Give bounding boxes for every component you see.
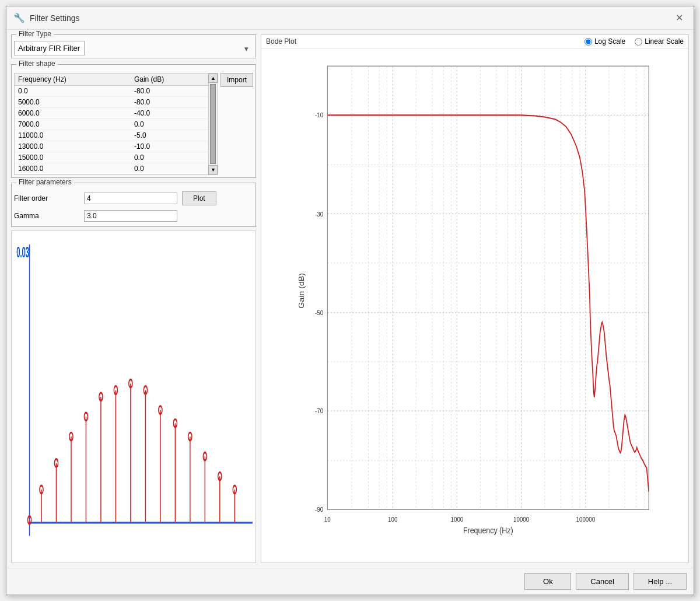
svg-text:10000: 10000 <box>513 516 529 523</box>
gain-cell: 0.0 <box>131 119 208 130</box>
filter-order-input[interactable] <box>84 193 177 204</box>
filter-shape-group: Filter shape Frequency (Hz) Gain (dB) <box>11 64 256 178</box>
filter-order-label: Filter order <box>14 194 84 202</box>
shape-table: Frequency (Hz) Gain (dB) 0.0-80.05000.0-… <box>15 74 208 174</box>
gamma-label: Gamma <box>14 212 84 220</box>
svg-text:-10: -10 <box>315 112 323 119</box>
svg-text:10: 10 <box>324 516 331 523</box>
cancel-button[interactable]: Cancel <box>576 573 628 590</box>
gain-cell: 0.0 <box>131 163 208 174</box>
freq-cell: 7000.0 <box>15 119 131 130</box>
filter-params-group: Filter parameters Filter order Plot Gamm… <box>11 183 256 227</box>
freq-cell: 15000.0 <box>15 152 131 163</box>
gain-cell: 0.0 <box>131 152 208 163</box>
log-scale-label: Log Scale <box>594 37 625 46</box>
import-button[interactable]: Import <box>220 73 253 87</box>
bode-title: Bode Plot <box>266 37 296 46</box>
filter-params-label: Filter parameters <box>16 178 74 186</box>
filter-order-row: Filter order Plot <box>14 191 253 205</box>
linear-scale-label: Linear Scale <box>645 37 684 46</box>
freq-cell: 13000.0 <box>15 141 131 152</box>
stem-plot: 0.03 <box>11 230 256 563</box>
bode-plot-area: Frequency (Hz) Gain (dB) <box>261 48 688 562</box>
window-icon: 🔧 <box>13 12 25 23</box>
gain-cell: -80.0 <box>131 86 208 97</box>
table-row[interactable]: 16000.00.0 <box>15 163 208 174</box>
svg-rect-0 <box>12 231 256 562</box>
left-panel: Filter Type Arbitrary FIR Filter Lowpass… <box>11 34 256 563</box>
svg-text:100000: 100000 <box>576 516 596 523</box>
scroll-down-button[interactable]: ▼ <box>208 165 218 174</box>
scroll-thumb[interactable] <box>210 84 216 164</box>
scrollbar: ▲ ▼ <box>209 73 218 175</box>
col-gain: Gain (dB) <box>131 74 208 86</box>
gamma-row: Gamma <box>14 210 253 222</box>
scroll-up-button[interactable]: ▲ <box>208 74 218 83</box>
gain-cell: -40.0 <box>131 108 208 119</box>
filter-type-select-wrapper: Arbitrary FIR Filter Lowpass Highpass Ba… <box>14 41 253 55</box>
svg-rect-35 <box>327 66 649 509</box>
stem-svg: 0.03 <box>12 231 256 562</box>
title-bar: 🔧 Filter Settings ✕ <box>6 6 694 30</box>
table-row[interactable]: 7000.00.0 <box>15 119 208 130</box>
svg-text:-70: -70 <box>315 408 323 415</box>
filter-type-row: Arbitrary FIR Filter Lowpass Highpass Ba… <box>14 41 253 55</box>
table-row[interactable]: 5000.0-80.0 <box>15 97 208 108</box>
window-title: Filter Settings <box>30 13 80 23</box>
svg-text:-50: -50 <box>315 309 323 316</box>
log-scale-option[interactable]: Log Scale <box>584 37 625 46</box>
help-button[interactable]: Help ... <box>634 573 687 590</box>
table-row[interactable]: 15000.00.0 <box>15 152 208 163</box>
main-content: Filter Type Arbitrary FIR Filter Lowpass… <box>6 30 694 568</box>
bode-header: Bode Plot Log Scale Linear Scale <box>261 35 688 48</box>
gain-cell: -10.0 <box>131 141 208 152</box>
title-bar-left: 🔧 Filter Settings <box>13 12 80 23</box>
svg-text:1000: 1000 <box>451 516 464 523</box>
filter-type-label: Filter Type <box>16 30 54 38</box>
filter-shape-label: Filter shape <box>16 60 58 68</box>
plot-button[interactable]: Plot <box>182 191 216 205</box>
bode-svg: Frequency (Hz) Gain (dB) <box>296 54 659 539</box>
log-scale-radio[interactable] <box>584 38 592 46</box>
filter-type-select[interactable]: Arbitrary FIR Filter Lowpass Highpass Ba… <box>14 41 85 55</box>
svg-text:-30: -30 <box>315 211 323 218</box>
table-row[interactable]: 0.0-80.0 <box>15 86 208 97</box>
gain-cell: -80.0 <box>131 97 208 108</box>
freq-cell: 11000.0 <box>15 130 131 141</box>
table-row[interactable]: 6000.0-40.0 <box>15 108 208 119</box>
ok-button[interactable]: Ok <box>524 573 571 590</box>
right-panel: Bode Plot Log Scale Linear Scale <box>261 34 689 563</box>
filter-type-group: Filter Type Arbitrary FIR Filter Lowpass… <box>11 34 256 58</box>
table-row[interactable]: 13000.0-10.0 <box>15 141 208 152</box>
close-button[interactable]: ✕ <box>672 11 687 25</box>
table-row[interactable]: 11000.0-5.0 <box>15 130 208 141</box>
freq-cell: 5000.0 <box>15 97 131 108</box>
svg-text:-90: -90 <box>315 506 323 513</box>
col-freq: Frequency (Hz) <box>15 74 131 86</box>
svg-text:0.03: 0.03 <box>16 244 29 260</box>
gamma-input[interactable] <box>84 210 177 222</box>
gain-cell: -5.0 <box>131 130 208 141</box>
scale-options: Log Scale Linear Scale <box>584 37 684 46</box>
bottom-bar: Ok Cancel Help ... <box>6 568 694 595</box>
freq-cell: 0.0 <box>15 86 131 97</box>
svg-text:100: 100 <box>388 516 397 523</box>
shape-table-container: Frequency (Hz) Gain (dB) 0.0-80.05000.0-… <box>14 73 209 175</box>
freq-cell: 6000.0 <box>15 108 131 119</box>
svg-text:Gain (dB): Gain (dB) <box>298 273 306 309</box>
dialog-window: 🔧 Filter Settings ✕ Filter Type Arbitrar… <box>6 6 694 595</box>
svg-text:Frequency (Hz): Frequency (Hz) <box>463 526 513 535</box>
linear-scale-radio[interactable] <box>635 38 642 46</box>
linear-scale-option[interactable]: Linear Scale <box>635 37 684 46</box>
freq-cell: 16000.0 <box>15 163 131 174</box>
